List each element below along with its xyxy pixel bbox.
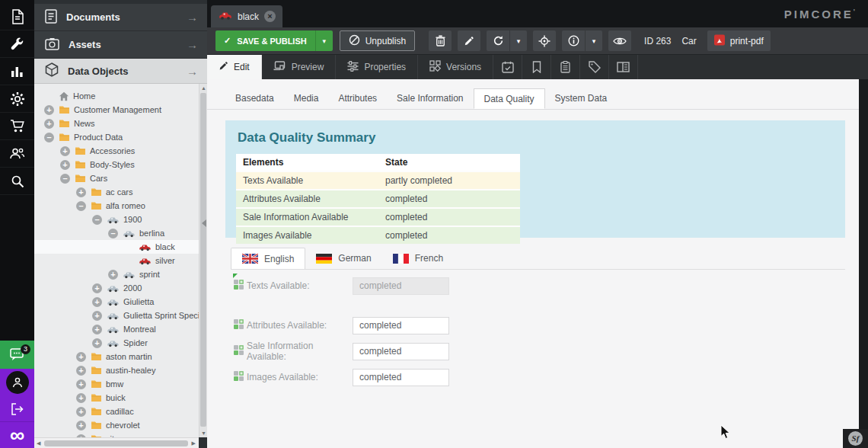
expand-icon[interactable]: + (92, 311, 102, 321)
lang-tab-german[interactable]: German (305, 248, 381, 269)
tree-item-citroen[interactable]: +citroen (34, 432, 199, 437)
preview-eye-button[interactable] (608, 30, 631, 51)
tree-item-cars[interactable]: –Cars (34, 171, 199, 185)
print-pdf-button[interactable]: print-pdf (707, 30, 771, 51)
tree-item-home[interactable]: Home (34, 89, 199, 103)
tree-item-accessories[interactable]: +Accessories (34, 144, 199, 158)
sale-information-available-input[interactable] (353, 343, 449, 360)
close-icon[interactable]: × (264, 11, 276, 22)
expand-icon[interactable]: + (76, 393, 86, 403)
tree-vertical-scrollbar[interactable]: ▲ ▼ (199, 84, 207, 437)
logout-button[interactable] (0, 396, 34, 422)
expand-icon[interactable]: + (92, 325, 102, 334)
tree-item-gulietta-sprint-specia[interactable]: +Gulietta Sprint Specia (34, 309, 199, 322)
unpublish-button[interactable]: Unpublish (340, 30, 415, 51)
scrollbar-thumb[interactable] (200, 93, 206, 427)
expand-icon[interactable]: + (108, 270, 118, 280)
expand-icon[interactable]: + (76, 352, 86, 362)
tab-properties[interactable]: Properties (336, 55, 418, 79)
user-avatar[interactable] (0, 369, 34, 396)
expand-icon[interactable]: + (92, 338, 102, 348)
collapse-icon[interactable]: – (44, 133, 54, 142)
tree-item-black[interactable]: black (34, 240, 199, 254)
tree-item-customer-management[interactable]: +Customer Management (34, 103, 199, 117)
open-tab-black[interactable]: black × (211, 5, 282, 27)
tree-item-2000[interactable]: +2000 (34, 281, 199, 295)
expand-icon[interactable]: + (92, 283, 102, 293)
info-split-button[interactable]: ▾ (562, 30, 602, 51)
expand-icon[interactable]: + (76, 366, 86, 376)
ecommerce-cart-icon[interactable] (0, 113, 34, 140)
attributes-available-input[interactable] (353, 317, 449, 334)
lang-tab-french[interactable]: French (382, 248, 454, 269)
expand-icon[interactable]: + (76, 407, 86, 417)
delete-button[interactable] (429, 30, 452, 51)
tree-item-giulietta[interactable]: +Giulietta (34, 295, 199, 309)
info-dropdown-arrow[interactable]: ▾ (586, 37, 602, 45)
collapse-icon[interactable]: – (60, 174, 70, 184)
tree-item-chevrolet[interactable]: +chevrolet (34, 418, 199, 432)
locate-in-tree-button[interactable] (533, 30, 556, 51)
tree-item-aston-martin[interactable]: +aston martin (34, 350, 199, 363)
subtab-basedata[interactable]: Basedata (225, 88, 284, 109)
expand-icon[interactable]: + (60, 146, 70, 156)
expand-icon[interactable]: + (92, 297, 102, 307)
tab-layout-icon[interactable] (609, 55, 638, 79)
tab-clipboard-icon[interactable] (551, 55, 580, 79)
images-available-input[interactable] (353, 369, 449, 386)
reload-dropdown-arrow[interactable]: ▾ (510, 37, 527, 45)
expand-icon[interactable]: + (76, 187, 86, 197)
tree-item-bmw[interactable]: +bmw (34, 377, 199, 391)
search-icon[interactable] (0, 168, 34, 195)
scroll-left-arrow[interactable]: ◀ (37, 440, 40, 446)
tree-item-spider[interactable]: +Spider (34, 336, 199, 350)
expand-icon[interactable]: + (76, 421, 86, 430)
tab-preview[interactable]: Preview (262, 55, 337, 79)
tree-item-alfa-romeo[interactable]: –alfa romeo (34, 199, 199, 213)
tree-item-sprint[interactable]: +sprint (34, 267, 199, 281)
texts-available-input[interactable] (353, 277, 449, 295)
expand-icon[interactable]: + (44, 119, 54, 129)
collapse-icon[interactable]: – (108, 229, 118, 238)
rename-pencil-button[interactable] (458, 30, 480, 51)
tree-horizontal-scrollbar[interactable]: ◀ ▶ (34, 437, 199, 448)
info-icon[interactable] (562, 35, 585, 46)
subtab-sale-information[interactable]: Sale Information (387, 88, 473, 109)
tab-versions[interactable]: Versions (418, 55, 493, 79)
lang-tab-english[interactable]: English (231, 248, 305, 269)
tree-item-buick[interactable]: +buick (34, 391, 199, 405)
users-icon[interactable] (0, 140, 34, 168)
subtab-attributes[interactable]: Attributes (328, 88, 387, 109)
reload-split-button[interactable]: ▾ (487, 30, 527, 51)
refresh-icon[interactable] (487, 35, 509, 46)
expand-icon[interactable]: + (44, 105, 54, 115)
tree-item-montreal[interactable]: +Montreal (34, 322, 199, 336)
panel-collapse-handle[interactable] (202, 219, 206, 227)
tree-item-berlina[interactable]: –berlina (34, 226, 199, 240)
notifications-button[interactable]: 3 (0, 341, 34, 369)
documents-icon[interactable] (0, 3, 34, 30)
tree-item-body-styles[interactable]: +Body-Styles (34, 158, 199, 171)
subtab-system-data[interactable]: System Data (545, 88, 617, 109)
accordion-documents[interactable]: Documents → (34, 4, 207, 31)
settings-gear-icon[interactable] (0, 85, 34, 113)
save-dropdown-arrow[interactable]: ▾ (316, 37, 333, 45)
symfony-profiler-button[interactable]: Sf (843, 429, 868, 448)
tree-item-cadillac[interactable]: +cadillac (34, 405, 199, 418)
tree-item-austin-healey[interactable]: +austin-healey (34, 363, 199, 377)
reports-chart-icon[interactable] (0, 58, 34, 85)
scroll-down-arrow[interactable]: ▼ (199, 430, 207, 436)
scroll-up-arrow[interactable]: ▲ (199, 85, 207, 91)
collapse-icon[interactable]: – (92, 215, 102, 225)
scroll-right-arrow[interactable]: ▶ (192, 440, 196, 446)
subtab-media[interactable]: Media (284, 88, 329, 109)
pimcore-infinity-logo[interactable]: ∞ (0, 422, 34, 448)
tab-edit[interactable]: Edit (207, 55, 262, 79)
accordion-assets[interactable]: Assets → (34, 31, 207, 59)
subtab-data-quality[interactable]: Data Quality (474, 88, 545, 109)
expand-icon[interactable]: + (60, 160, 70, 170)
scrollbar-thumb[interactable] (44, 440, 188, 446)
tab-schedule-calendar-icon[interactable] (493, 55, 522, 79)
tree-item-ac-cars[interactable]: +ac cars (34, 185, 199, 199)
expand-icon[interactable]: + (76, 379, 86, 389)
